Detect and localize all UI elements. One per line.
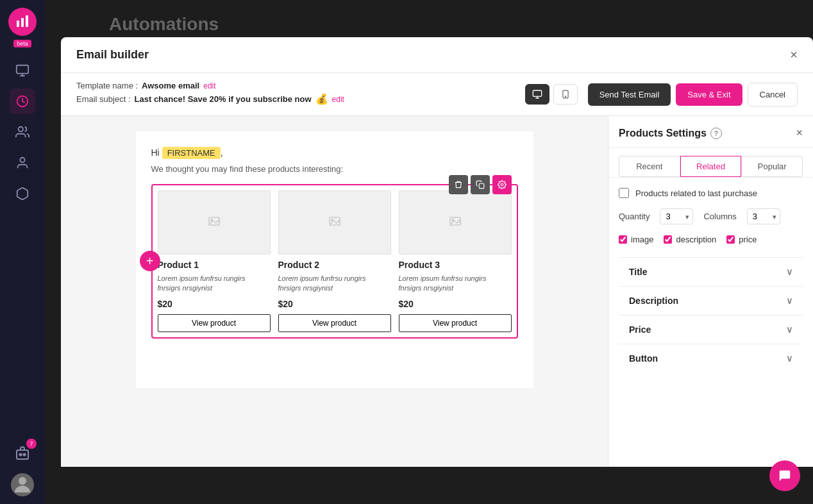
- send-test-email-button[interactable]: Send Test Email: [588, 83, 671, 106]
- product-image-1: [158, 190, 271, 255]
- description-checkbox-item: description: [664, 235, 716, 244]
- app-logo[interactable]: [8, 8, 37, 36]
- title-chevron-icon: ∨: [786, 267, 792, 277]
- description-chevron-icon: ∨: [786, 296, 792, 306]
- sidebar-item-users[interactable]: [10, 119, 35, 145]
- subject-value: Last chance! Save 20% if you subscribe n…: [135, 94, 312, 104]
- panel-tabs: Recent Related Popular: [608, 148, 813, 178]
- product-desc-2: Lorem ipsum funfrsu rungirs fnrsigrs nrs…: [278, 274, 391, 294]
- modal-close-button[interactable]: ×: [790, 47, 798, 62]
- svg-point-21: [331, 219, 333, 221]
- email-header-bar: Template name : Awsome email edit Email …: [61, 73, 813, 116]
- duplicate-block-button[interactable]: [471, 175, 490, 194]
- product-image-2: [278, 190, 391, 255]
- email-canvas: Hi FIRSTNAME, We thought you may find th…: [61, 116, 608, 467]
- tab-recent[interactable]: Recent: [619, 156, 680, 177]
- show-description-checkbox[interactable]: [664, 235, 672, 244]
- product-view-button-2[interactable]: View product: [278, 314, 391, 332]
- columns-select-wrapper: 1234: [747, 208, 780, 224]
- product-card-3: Product 3 Lorem ipsum funfrsu rungirs fn…: [399, 190, 512, 332]
- sidebar-item-person[interactable]: [10, 150, 35, 176]
- button-chevron-icon: ∨: [786, 353, 792, 364]
- svg-point-5: [19, 127, 23, 131]
- header-actions: Send Test Email Save & Exit Cancel: [588, 83, 798, 106]
- display-options-group: image description price: [619, 235, 803, 244]
- template-edit-link[interactable]: edit: [203, 81, 215, 90]
- svg-rect-3: [17, 65, 28, 74]
- price-label: price: [739, 235, 757, 244]
- sidebar-item-cube[interactable]: [10, 181, 35, 206]
- subject-row: Email subject : Last chance! Save 20% if…: [76, 93, 505, 105]
- price-chevron-icon: ∨: [786, 324, 792, 335]
- subject-edit-link[interactable]: edit: [332, 95, 344, 104]
- settings-block-button[interactable]: [492, 175, 512, 194]
- svg-rect-16: [201, 212, 227, 233]
- svg-rect-1: [21, 18, 24, 27]
- add-block-button[interactable]: +: [140, 251, 160, 271]
- panel-body: Products related to last purchase Quanti…: [608, 178, 813, 383]
- svg-rect-0: [17, 21, 19, 27]
- accordion-title-header[interactable]: Title ∨: [619, 258, 803, 286]
- quantity-select[interactable]: 12345: [660, 208, 693, 224]
- last-purchase-checkbox-row: Products related to last purchase: [619, 188, 803, 198]
- product-card-1: Product 1 Lorem ipsum funfrsu rungirs fn…: [158, 190, 271, 332]
- svg-point-15: [501, 183, 503, 186]
- panel-header: Products Settings ? ×: [608, 116, 813, 148]
- bot-icon[interactable]: 7: [10, 440, 35, 466]
- user-avatar[interactable]: [11, 473, 34, 496]
- help-icon[interactable]: ?: [710, 128, 722, 139]
- product-view-button-1[interactable]: View product: [158, 314, 271, 332]
- quantity-columns-row: Quantity 12345 Columns 1234: [619, 208, 803, 224]
- accordion-description-header[interactable]: Description ∨: [619, 287, 803, 315]
- sidebar-item-refresh[interactable]: [10, 88, 35, 114]
- image-label: image: [631, 235, 653, 244]
- accordion-title: Title ∨: [619, 257, 803, 286]
- svg-rect-19: [322, 212, 348, 233]
- columns-select[interactable]: 1234: [747, 208, 780, 224]
- product-desc-1: Lorem ipsum funfrsu rungirs fnrsigrs nrs…: [158, 274, 271, 294]
- email-meta: Template name : Awsome email edit Email …: [76, 81, 505, 108]
- email-body: Hi FIRSTNAME, We thought you may find th…: [61, 116, 813, 467]
- svg-rect-14: [479, 183, 484, 189]
- delete-block-button[interactable]: [449, 175, 468, 194]
- last-purchase-checkbox[interactable]: [619, 188, 629, 198]
- product-price-2: $20: [278, 299, 391, 309]
- accordion-price-header[interactable]: Price ∨: [619, 315, 803, 344]
- show-image-checkbox[interactable]: [619, 235, 627, 244]
- svg-rect-2: [26, 15, 28, 27]
- save-exit-button[interactable]: Save & Exit: [676, 83, 742, 106]
- desktop-view-button[interactable]: [525, 84, 549, 105]
- chat-bubble-button[interactable]: [769, 460, 800, 491]
- product-view-button-3[interactable]: View product: [399, 314, 512, 332]
- price-checkbox-item: price: [726, 235, 757, 244]
- device-toggles: [525, 84, 578, 105]
- tab-related[interactable]: Related: [680, 156, 742, 177]
- template-value: Awsome email: [142, 81, 199, 90]
- columns-label: Columns: [703, 212, 736, 221]
- mobile-view-button[interactable]: [553, 84, 578, 105]
- svg-point-9: [24, 454, 26, 456]
- svg-rect-11: [533, 90, 541, 96]
- accordion-button-header[interactable]: Button ∨: [619, 344, 803, 373]
- sidebar: beta 7: [0, 0, 45, 504]
- email-content-area: Hi FIRSTNAME, We thought you may find th…: [136, 131, 533, 388]
- panel-title: Products Settings ?: [619, 128, 722, 139]
- tab-popular[interactable]: Popular: [741, 156, 803, 177]
- product-desc-3: Lorem ipsum funfrsu rungirs fnrsigrs nrs…: [399, 274, 512, 294]
- modal-header: Email builder ×: [61, 37, 813, 73]
- template-label: Template name :: [76, 81, 138, 90]
- product-card-2: Product 2 Lorem ipsum funfrsu rungirs fn…: [278, 190, 391, 332]
- products-grid: Product 1 Lorem ipsum funfrsu rungirs fn…: [158, 190, 512, 332]
- quantity-label: Quantity: [619, 212, 650, 221]
- product-price-1: $20: [158, 299, 271, 309]
- panel-close-button[interactable]: ×: [796, 126, 803, 140]
- svg-point-13: [565, 96, 566, 97]
- product-image-3: [399, 190, 512, 255]
- sidebar-item-chart[interactable]: [10, 58, 35, 83]
- cancel-button[interactable]: Cancel: [748, 83, 798, 106]
- image-checkbox-item: image: [619, 235, 653, 244]
- svg-point-10: [19, 477, 26, 485]
- beta-badge: beta: [13, 40, 31, 47]
- show-price-checkbox[interactable]: [726, 235, 735, 244]
- email-builder-modal: Email builder × Template name : Awsome e…: [61, 37, 813, 467]
